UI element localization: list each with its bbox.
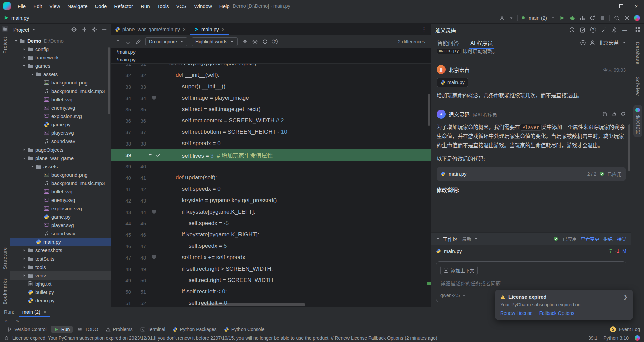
chevron-right-icon[interactable] bbox=[21, 256, 28, 262]
tool-tab-sciview[interactable]: SciView bbox=[634, 74, 641, 99]
workspace-latest[interactable]: 最新 bbox=[462, 235, 471, 242]
run-config-selector[interactable]: main (2) bbox=[529, 15, 547, 21]
tool-tab-project[interactable]: Project bbox=[2, 37, 8, 54]
tab-options-icon[interactable]: ⋮ bbox=[421, 24, 431, 35]
close-tab-icon[interactable]: × bbox=[183, 27, 186, 32]
accept-change-icon[interactable] bbox=[156, 153, 161, 158]
chevron-right-icon[interactable] bbox=[21, 264, 28, 270]
editor-tab-main-py[interactable]: main.py× bbox=[190, 24, 229, 35]
tree-item-background-png[interactable]: background.png bbox=[10, 78, 111, 87]
lingma-tab-0[interactable]: 智能问答 bbox=[436, 36, 460, 49]
workspace-label[interactable]: 工作区 bbox=[443, 235, 458, 242]
tree-item-testsuits[interactable]: testSuits bbox=[10, 254, 111, 263]
tree-item-framework[interactable]: framework bbox=[10, 53, 111, 62]
tree-item-tools[interactable]: tools bbox=[10, 263, 111, 271]
settings-icon[interactable] bbox=[624, 15, 630, 21]
menu-file[interactable]: File bbox=[14, 0, 30, 12]
tree-item-player-svg[interactable]: player.svg bbox=[10, 129, 111, 137]
ai-minimize-icon[interactable]: — bbox=[622, 27, 627, 33]
tree-item-sound-wav[interactable]: sound.wav bbox=[10, 137, 111, 146]
tree-item-plane-war-game[interactable]: plane_war_game bbox=[10, 154, 111, 162]
chevron-down-icon[interactable] bbox=[29, 164, 36, 170]
tree-item-game-py[interactable]: game.py bbox=[10, 213, 111, 221]
menu-refactor[interactable]: Refactor bbox=[110, 0, 137, 12]
renew-license-link[interactable]: Renew License bbox=[500, 310, 533, 316]
chevron-down-icon[interactable] bbox=[21, 155, 28, 161]
chevron-down-icon[interactable] bbox=[29, 71, 36, 77]
revert-change-icon[interactable] bbox=[148, 153, 153, 158]
menu-code[interactable]: Code bbox=[91, 0, 110, 12]
new-chat-icon[interactable] bbox=[580, 27, 586, 33]
tree-item-enemy-svg[interactable]: enemy.svg bbox=[10, 196, 111, 204]
chevron-down-icon[interactable] bbox=[436, 237, 440, 241]
previous-diff-icon[interactable] bbox=[115, 39, 121, 45]
tree-item-games[interactable]: games bbox=[10, 62, 111, 70]
chevron-down-icon[interactable] bbox=[474, 237, 478, 241]
tree-item-game-py[interactable]: game.py bbox=[10, 120, 111, 129]
thumbs-down-icon[interactable] bbox=[621, 112, 626, 117]
close-button[interactable]: × bbox=[629, 0, 644, 12]
chevron-right-icon[interactable] bbox=[21, 273, 28, 279]
caret-position[interactable]: 39:1 bbox=[588, 335, 597, 341]
python-interpreter[interactable]: Python 3.10 bbox=[603, 335, 629, 341]
view-changes-link[interactable]: 查看变更 bbox=[581, 235, 599, 242]
chevron-right-icon[interactable] bbox=[21, 247, 28, 253]
history-icon[interactable] bbox=[569, 27, 575, 33]
tree-item-main-py[interactable]: main.py bbox=[10, 238, 111, 246]
diff-code-area[interactable]: 3131class Player(pygame.sprite.Sprite):3… bbox=[111, 64, 431, 307]
tree-item-assets[interactable]: assets bbox=[10, 70, 111, 78]
modified-file-card[interactable]: main.py 2 / 2 已应用 bbox=[437, 167, 626, 181]
ignore-policy-dropdown[interactable]: Do not ignore bbox=[145, 37, 187, 46]
ai-help-icon[interactable]: ? bbox=[590, 27, 596, 33]
menu-help[interactable]: Help bbox=[216, 0, 233, 12]
diff-settings-icon[interactable] bbox=[252, 39, 258, 45]
chevron-right-icon[interactable] bbox=[21, 46, 28, 52]
menu-vcs[interactable]: VCS bbox=[173, 0, 191, 12]
tree-item-background-music-mp3[interactable]: background_music.mp3 bbox=[10, 179, 111, 187]
locate-file-icon[interactable] bbox=[71, 26, 77, 33]
tree-item-pageobjects[interactable]: pageObjects bbox=[10, 146, 111, 154]
tree-item-screenshots[interactable]: screenshots bbox=[10, 246, 111, 254]
tool-window-version-control[interactable]: Version Control bbox=[4, 326, 50, 333]
accept-link[interactable]: 接受 bbox=[617, 235, 626, 242]
chevron-down-icon[interactable] bbox=[13, 38, 19, 44]
hide-panel-icon[interactable] bbox=[101, 26, 107, 33]
add-context-button[interactable]: + 添加上下文 bbox=[440, 266, 478, 275]
tool-tab-database[interactable]: Database bbox=[634, 39, 641, 67]
ai-settings-icon[interactable] bbox=[611, 27, 618, 33]
debug-button[interactable] bbox=[569, 15, 575, 21]
tool-tab-bookmarks[interactable]: Bookmarks bbox=[2, 278, 8, 304]
tool-window-problems[interactable]: Problems bbox=[103, 326, 136, 333]
tree-item-bullet-py[interactable]: bullet.py bbox=[10, 288, 111, 296]
tree-item-sound-wav[interactable]: sound.wav bbox=[10, 229, 111, 238]
tree-item-background-png[interactable]: background.png bbox=[10, 171, 111, 179]
chevron-down-icon[interactable] bbox=[32, 27, 36, 32]
run-button[interactable] bbox=[559, 15, 565, 21]
menu-navigate[interactable]: Navigate bbox=[64, 0, 91, 12]
fallback-options-link[interactable]: Fallback Options bbox=[539, 310, 574, 316]
editor-vertical-scrollbar[interactable] bbox=[428, 94, 430, 126]
account-name[interactable]: 北京宏苗 bbox=[599, 39, 619, 46]
chat-scrollbar[interactable] bbox=[628, 124, 630, 171]
tree-item-explosion-svg[interactable]: explosion.svg bbox=[10, 112, 111, 120]
chevron-right-icon[interactable] bbox=[21, 147, 28, 153]
tree-item-venv[interactable]: venv bbox=[10, 271, 111, 280]
tool-window-python-console[interactable]: Python Console bbox=[221, 326, 268, 333]
tool-window-python-packages[interactable]: Python Packages bbox=[170, 326, 220, 333]
tree-item-demo-py[interactable]: demo.py bbox=[10, 296, 111, 305]
copy-icon[interactable] bbox=[602, 112, 607, 117]
menu-view[interactable]: View bbox=[46, 0, 64, 12]
tree-item-enemy-svg[interactable]: enemy.svg bbox=[10, 104, 111, 112]
lingma-tab-1[interactable]: AI 程序员 bbox=[469, 36, 494, 49]
expand-icon[interactable]: » bbox=[16, 318, 19, 324]
context-file-chip[interactable]: main.py bbox=[437, 78, 468, 87]
notifications-icon[interactable] bbox=[635, 26, 641, 33]
lingma-toolbar-icon[interactable] bbox=[634, 15, 640, 21]
code-with-me-icon[interactable] bbox=[499, 15, 505, 21]
editor-horizontal-scrollbar[interactable] bbox=[201, 303, 305, 306]
collapse-unchanged-icon[interactable] bbox=[242, 39, 248, 45]
tree-item-config[interactable]: config bbox=[10, 45, 111, 53]
menu-window[interactable]: Window bbox=[190, 0, 215, 12]
highlight-policy-dropdown[interactable]: Highlight words bbox=[192, 37, 238, 46]
menu-tools[interactable]: Tools bbox=[154, 0, 173, 12]
